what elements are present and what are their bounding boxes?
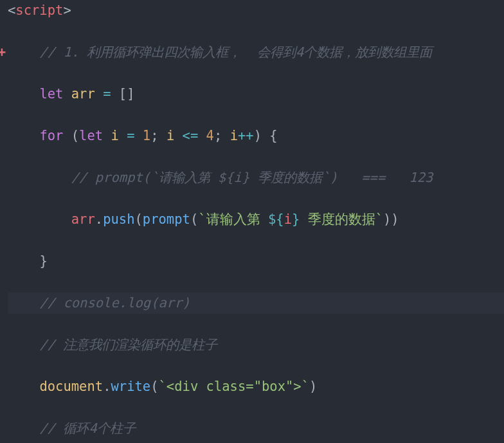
token-plain — [95, 86, 103, 102]
token-func: push — [103, 212, 134, 227]
token-varname: i — [111, 128, 118, 143]
code-line[interactable]: document.write(`<div class="box">`) — [8, 376, 504, 397]
token-punc: ) { — [254, 128, 278, 143]
token-num: 4 — [206, 128, 214, 143]
token-cmt: // prompt(`请输入第 ${i} 季度的数据`) === 123 — [71, 170, 433, 185]
code-line[interactable]: + // 1. 利用循环弹出四次输入框， 会得到4个数据，放到数组里面 — [8, 42, 504, 63]
code-line[interactable]: // console.log(arr) — [8, 293, 504, 314]
token-punc: )) — [383, 212, 399, 227]
token-punc: } — [39, 253, 47, 269]
token-kw: for — [39, 128, 71, 143]
token-brkt: > — [63, 3, 71, 18]
token-punc: . — [103, 379, 111, 394]
token-tmplvar: i — [284, 212, 292, 227]
token-cmt: // 1. 利用循环弹出四次输入框， 会得到4个数据，放到数组里面 — [39, 44, 432, 60]
token-varname: i — [166, 128, 174, 143]
token-punc: ; — [214, 128, 230, 143]
code-editor[interactable]: <script> + // 1. 利用循环弹出四次输入框， 会得到4个数据，放到… — [0, 0, 504, 443]
token-tmpl: ${ — [268, 212, 284, 227]
token-func: write — [111, 379, 150, 394]
token-cmt: // 注意我们渲染循环的是柱子 — [39, 337, 217, 352]
token-num: 1 — [143, 128, 150, 143]
token-punc: ( — [135, 212, 143, 227]
token-cmt: // 循环4个柱子 — [39, 420, 135, 436]
token-punc: ) — [309, 379, 317, 394]
token-plain — [135, 128, 143, 143]
diff-add-icon: + — [0, 42, 6, 63]
token-kw: let — [79, 128, 111, 143]
code-line[interactable]: // 循环4个柱子 — [8, 418, 504, 439]
token-punc: ; — [150, 128, 166, 143]
code-line[interactable]: } — [8, 251, 504, 272]
code-line[interactable]: arr.push(prompt(`请输入第 ${i} 季度的数据`)) — [8, 209, 504, 230]
token-str: `请输入第 — [198, 212, 268, 227]
code-line[interactable]: let arr = [] — [8, 84, 504, 105]
token-prop: arr — [71, 212, 95, 227]
token-cmt: // console.log(arr) — [39, 295, 190, 311]
code-line[interactable]: // prompt(`请输入第 ${i} 季度的数据`) === 123 — [8, 167, 504, 188]
token-brkt: < — [8, 3, 15, 18]
token-punc: ( — [150, 379, 158, 394]
token-op: = — [103, 86, 111, 102]
token-str: 季度的数据` — [300, 212, 383, 227]
token-str: `<div class="box">` — [159, 379, 310, 394]
token-varname: arr — [71, 86, 95, 102]
token-plain — [119, 128, 127, 143]
token-op: <= — [183, 128, 199, 143]
token-plain — [174, 128, 182, 143]
token-tag: script — [15, 3, 63, 18]
token-plain — [111, 86, 118, 102]
code-line[interactable]: // 注意我们渲染循环的是柱子 — [8, 334, 504, 356]
token-kw: let — [39, 86, 71, 102]
token-punc: ( — [71, 128, 79, 143]
token-func: prompt — [143, 212, 190, 227]
token-tmpl: } — [292, 212, 300, 227]
token-op: ++ — [238, 128, 254, 143]
token-op: = — [127, 128, 134, 143]
code-line[interactable]: for (let i = 1; i <= 4; i++) { — [8, 125, 504, 147]
token-varname: i — [230, 128, 238, 143]
token-obj: document — [39, 379, 103, 394]
token-punc: . — [95, 212, 103, 227]
token-plain — [198, 128, 206, 143]
token-punc: [] — [119, 86, 135, 102]
token-punc: ( — [190, 212, 198, 227]
code-line[interactable]: <script> — [8, 0, 504, 21]
code-block[interactable]: <script> + // 1. 利用循环弹出四次输入框， 会得到4个数据，放到… — [0, 0, 504, 443]
